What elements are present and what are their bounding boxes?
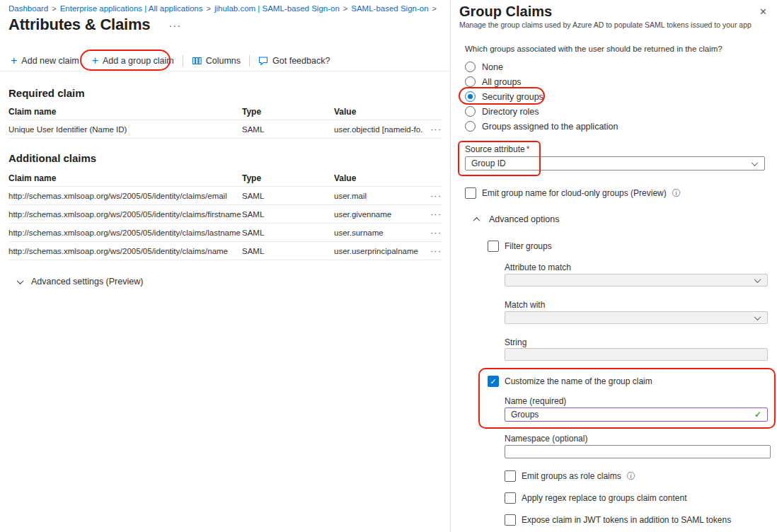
- add-new-claim-label: Add new claim: [21, 56, 79, 66]
- filter-groups-checkbox[interactable]: [488, 241, 499, 252]
- claim-value: user.objectid [nameid-fo...: [334, 125, 422, 134]
- toolbar-divider: [249, 55, 250, 66]
- source-attribute-label: Source attribute*: [465, 144, 529, 154]
- claim-name: Unique User Identifier (Name ID): [8, 125, 242, 134]
- table-row[interactable]: http://schemas.xmlsoap.org/ws/2005/05/id…: [8, 187, 442, 205]
- columns-icon: [192, 56, 202, 66]
- customize-name-label: Customize the name of the group claim: [505, 376, 652, 386]
- match-with-label: Match with: [505, 300, 545, 310]
- columns-button[interactable]: Columns: [185, 51, 247, 71]
- required-claims-table: Claim name Type Value Unique User Identi…: [8, 103, 442, 139]
- emit-roles-label: Emit groups as role claims: [522, 471, 621, 481]
- plus-icon: +: [92, 55, 98, 66]
- customize-name-checkbox[interactable]: ✓: [488, 376, 499, 387]
- claim-name: http://schemas.xmlsoap.org/ws/2005/05/id…: [8, 247, 242, 255]
- breadcrumb-separator: >: [432, 4, 437, 13]
- name-required-label: Name (required): [505, 396, 566, 406]
- breadcrumb-separator: >: [52, 4, 56, 13]
- breadcrumb-separator: >: [343, 4, 347, 13]
- regex-replace-label: Apply regex replace to groups claim cont…: [522, 493, 686, 503]
- radio-icon[interactable]: [465, 106, 476, 117]
- namespace-input[interactable]: [505, 445, 771, 458]
- column-header-value: Value: [334, 107, 422, 117]
- add-group-claim-button[interactable]: + Add a group claim: [86, 51, 180, 71]
- row-more-button[interactable]: ···: [422, 190, 442, 201]
- emit-group-name-label: Emit group name for cloud-only groups (P…: [482, 188, 667, 198]
- additional-claims-table: Claim name Type Value http://schemas.xml…: [8, 170, 442, 260]
- toolbar: + Add new claim + Add a group claim Colu…: [4, 50, 336, 71]
- emit-group-name-row[interactable]: Emit group name for cloud-only groups (P…: [465, 187, 681, 200]
- feedback-icon: [258, 56, 268, 66]
- radio-option-directory-roles[interactable]: Directory roles: [465, 104, 618, 119]
- row-more-button[interactable]: ···: [422, 227, 442, 238]
- radio-icon[interactable]: [465, 76, 476, 87]
- panel-subtitle: Manage the group claims used by Azure AD…: [459, 21, 753, 29]
- emit-group-name-checkbox[interactable]: [465, 187, 476, 199]
- info-icon[interactable]: ⓘ: [627, 472, 635, 480]
- claim-type: SAML: [242, 210, 334, 219]
- radio-icon[interactable]: [465, 121, 476, 132]
- table-row[interactable]: Unique User Identifier (Name ID) SAML us…: [8, 120, 442, 139]
- advanced-options-label: Advanced options: [489, 214, 559, 224]
- row-more-button[interactable]: ···: [422, 124, 442, 134]
- row-more-button[interactable]: ···: [422, 245, 442, 256]
- toolbar-divider-line: [0, 71, 450, 71]
- expose-jwt-checkbox[interactable]: [505, 514, 516, 526]
- customize-name-row[interactable]: ✓ Customize the name of the group claim: [488, 375, 652, 388]
- feedback-button[interactable]: Got feedback?: [252, 51, 336, 71]
- info-icon[interactable]: ⓘ: [672, 189, 681, 197]
- radio-option-groups-assigned[interactable]: Groups assigned to the application: [465, 119, 618, 134]
- columns-label: Columns: [206, 56, 241, 66]
- name-input[interactable]: Groups ✓: [505, 407, 768, 422]
- add-new-claim-button[interactable]: + Add new claim: [4, 51, 86, 71]
- close-icon[interactable]: ✕: [759, 6, 767, 17]
- additional-claims-title: Additional claims: [8, 152, 96, 164]
- radio-selected-icon[interactable]: [465, 91, 476, 102]
- azure-portal-attributes-claims: Dashboard > Enterprise applications | Al…: [0, 0, 777, 532]
- breadcrumb-enterprise-applications[interactable]: Enterprise applications | All applicatio…: [60, 4, 203, 13]
- claim-type: SAML: [242, 229, 334, 237]
- claim-name: http://schemas.xmlsoap.org/ws/2005/05/id…: [8, 210, 242, 219]
- group-claim-question: Which groups associated with the user sh…: [465, 45, 723, 53]
- regex-replace-row[interactable]: Apply regex replace to groups claim cont…: [505, 492, 686, 504]
- page-title: Attributes & Claims: [8, 16, 150, 34]
- source-attribute-value: Group ID: [471, 158, 506, 168]
- claim-name: http://schemas.xmlsoap.org/ws/2005/05/id…: [8, 192, 242, 200]
- radio-option-none[interactable]: None: [465, 59, 618, 74]
- source-attribute-label-text: Source attribute: [465, 144, 525, 154]
- claim-name: http://schemas.xmlsoap.org/ws/2005/05/id…: [8, 229, 242, 237]
- breadcrumb-app-saml-signon[interactable]: jihulab.com | SAML-based Sign-on: [214, 4, 340, 13]
- emit-roles-row[interactable]: Emit groups as role claims ⓘ: [505, 470, 635, 482]
- claim-type: SAML: [242, 192, 334, 200]
- page-more-button[interactable]: ···: [168, 19, 181, 31]
- radio-icon[interactable]: [465, 62, 476, 72]
- match-with-select: [505, 311, 768, 324]
- claim-type: SAML: [242, 247, 334, 255]
- table-row[interactable]: http://schemas.xmlsoap.org/ws/2005/05/id…: [8, 205, 442, 224]
- required-asterisk: *: [526, 144, 530, 154]
- advanced-settings-toggle[interactable]: Advanced settings (Preview): [16, 277, 143, 287]
- claim-value: user.userprincipalname: [334, 247, 422, 255]
- advanced-options-toggle[interactable]: Advanced options: [472, 214, 559, 224]
- radio-option-all-groups[interactable]: All groups: [465, 74, 618, 89]
- group-claim-radio-group: None All groups Security groups Director…: [465, 59, 618, 134]
- radio-option-security-groups[interactable]: Security groups: [465, 89, 618, 104]
- table-row[interactable]: http://schemas.xmlsoap.org/ws/2005/05/id…: [8, 242, 442, 260]
- required-claim-title: Required claim: [8, 87, 85, 99]
- column-header-claim-name: Claim name: [8, 107, 242, 117]
- table-row[interactable]: http://schemas.xmlsoap.org/ws/2005/05/id…: [8, 224, 442, 242]
- regex-replace-checkbox[interactable]: [505, 492, 516, 504]
- breadcrumb-saml-signon[interactable]: SAML-based Sign-on: [351, 4, 428, 13]
- row-more-button[interactable]: ···: [422, 209, 442, 219]
- source-attribute-select[interactable]: Group ID: [465, 156, 765, 170]
- filter-groups-row[interactable]: Filter groups: [488, 240, 552, 253]
- column-header-value: Value: [334, 173, 422, 183]
- name-input-value: Groups: [511, 410, 539, 420]
- valid-check-icon: ✓: [754, 410, 761, 420]
- table-header-row: Claim name Type Value: [8, 170, 442, 187]
- expose-jwt-row[interactable]: Expose claim in JWT tokens in addition t…: [505, 514, 731, 526]
- claim-value: user.givenname: [334, 210, 422, 219]
- namespace-label: Namespace (optional): [505, 434, 587, 444]
- breadcrumb-dashboard[interactable]: Dashboard: [8, 4, 48, 13]
- emit-roles-checkbox[interactable]: [505, 470, 516, 482]
